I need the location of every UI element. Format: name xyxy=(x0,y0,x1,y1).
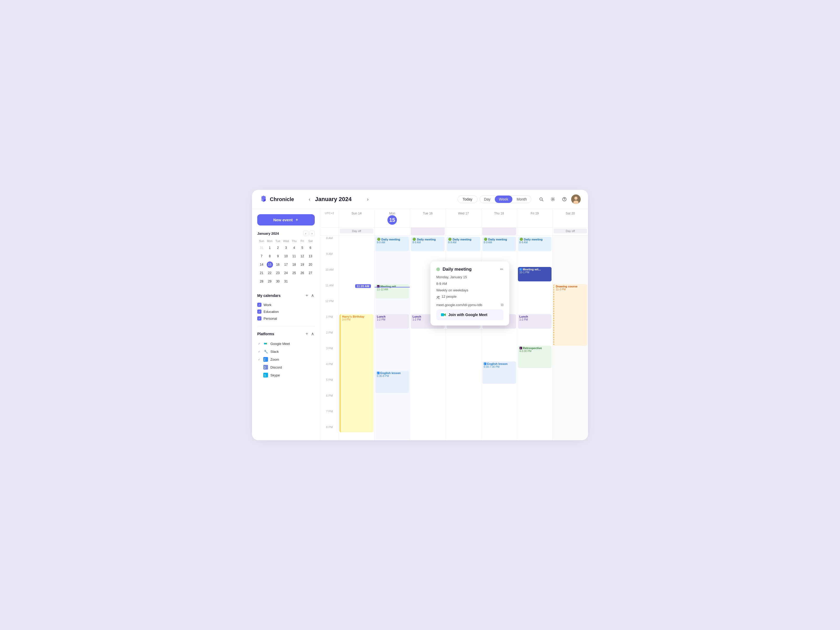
day-col-sat: Drawing course 11-3 PM xyxy=(552,235,588,440)
all-day-fri xyxy=(517,227,553,235)
next-period-button[interactable]: › xyxy=(365,196,371,203)
popup-link: meet.google.com/ldl-ypmu-tdb xyxy=(436,303,499,307)
zoom-icon: Z xyxy=(263,357,268,362)
event-daily-meeting-tue[interactable]: 🟢 Daily meeting 8-9 AM xyxy=(411,237,445,251)
week-view-button[interactable]: Week xyxy=(495,196,513,203)
help-button[interactable] xyxy=(560,194,569,204)
popup-recurrence: Weekly on weekdays xyxy=(436,288,504,293)
mini-cal-day-27[interactable]: 27 xyxy=(306,269,314,277)
drawing-course-time: 11-3 PM xyxy=(556,288,586,291)
add-calendar-button[interactable]: ＋ xyxy=(304,292,309,299)
search-button[interactable] xyxy=(537,194,546,204)
mini-cal-day-21[interactable]: 21 xyxy=(258,269,265,277)
mini-cal-day-20[interactable]: 20 xyxy=(306,261,314,268)
event-english-thu[interactable]: Z English lesson 6:00-7:30 PM xyxy=(482,362,516,384)
education-label: Education xyxy=(264,310,279,314)
add-platform-button[interactable]: ＋ xyxy=(304,330,309,337)
day-name-sat: Sat 20 xyxy=(555,212,586,215)
mini-cal-day-9[interactable]: 9 xyxy=(274,252,282,260)
avatar[interactable] xyxy=(571,194,581,204)
settings-button[interactable] xyxy=(548,194,557,204)
mini-prev-button[interactable]: ‹ xyxy=(303,231,308,236)
mini-cal-day-31[interactable]: 31 xyxy=(258,244,265,252)
mini-cal-day-31[interactable]: 31 xyxy=(282,278,290,285)
event-harrys-birthday[interactable]: Harry's Birthday 3-8 PM xyxy=(339,314,374,432)
collapse-calendars-button[interactable]: ∧ xyxy=(311,292,315,299)
mini-cal-day-1[interactable]: 1 xyxy=(266,244,273,252)
event-lunch-fri[interactable]: Lunch 1-2 PM xyxy=(518,314,552,328)
prev-period-button[interactable]: ‹ xyxy=(306,196,313,203)
join-meet-button[interactable]: Join with Google Meet xyxy=(436,309,504,320)
popup-edit-button[interactable]: ✏ xyxy=(500,267,504,272)
event-daily-meeting-mon[interactable]: 🟢 Daily meeting 8-9 AM xyxy=(375,237,409,251)
mini-cal-day-25[interactable]: 25 xyxy=(291,269,298,277)
join-meet-icon xyxy=(441,312,446,317)
mini-cal-day-4[interactable]: 4 xyxy=(291,244,298,252)
event-meeting-fri[interactable]: Z Meeting wit... 10-1 PM xyxy=(518,267,552,281)
mini-cal-day-12[interactable]: 12 xyxy=(298,252,306,260)
gmeet-event-icon: 🟢 xyxy=(377,238,381,241)
mini-cal-day-30[interactable]: 30 xyxy=(274,278,282,285)
collapse-platforms-button[interactable]: ∧ xyxy=(311,330,315,337)
event-drawing-course-sat[interactable]: Drawing course 11-3 PM xyxy=(553,284,587,346)
event-meeting-mon[interactable]: S Meeting wit... 11-12 AM xyxy=(375,284,409,298)
time-3pm: 3 PM xyxy=(320,346,339,362)
mini-calendar-nav: ‹ › xyxy=(303,231,315,236)
mini-cal-day-28[interactable]: 28 xyxy=(258,278,265,285)
mini-cal-day-10[interactable]: 10 xyxy=(282,252,290,260)
mini-cal-day-17[interactable]: 17 xyxy=(282,261,290,268)
personal-label: Personal xyxy=(264,317,277,321)
gmeet-event-icon-fri: 🟢 xyxy=(519,238,523,241)
daily-meeting-thu-time: 8-9 AM xyxy=(484,241,515,244)
lunch-fri-title: Lunch xyxy=(519,315,550,318)
platform-item-slack[interactable]: ✓ 🔧 Slack xyxy=(257,347,315,355)
search-icon xyxy=(539,197,544,202)
event-daily-meeting-wed[interactable]: 🟢 Daily meeting 8-9 AM xyxy=(447,237,480,251)
mini-cal-day-5[interactable]: 5 xyxy=(298,244,306,252)
calendar-item-work[interactable]: ✓ Work xyxy=(257,302,315,308)
popup-date: Monday, January 15 xyxy=(436,275,504,280)
new-event-button[interactable]: New event ＋ xyxy=(257,214,315,226)
mini-cal-day-14[interactable]: 14 xyxy=(258,261,265,268)
mini-cal-day-22[interactable]: 22 xyxy=(266,269,273,277)
event-lunch-mon[interactable]: Lunch 1-2 PM xyxy=(375,314,409,328)
platform-item-zoom[interactable]: ✓ Z Zoom xyxy=(257,355,315,363)
mini-cal-day-13[interactable]: 13 xyxy=(306,252,314,260)
svg-text:🔧: 🔧 xyxy=(264,349,268,354)
mini-cal-day-15[interactable]: 15 xyxy=(266,261,273,268)
mini-next-button[interactable]: › xyxy=(309,231,315,236)
month-view-button[interactable]: Month xyxy=(512,196,531,203)
mini-cal-day-26[interactable]: 26 xyxy=(298,269,306,277)
calendar-item-personal[interactable]: ✓ Personal xyxy=(257,315,315,322)
event-daily-meeting-thu[interactable]: 🟢 Daily meeting 8-9 AM xyxy=(482,237,516,251)
mini-cal-day-6[interactable]: 6 xyxy=(306,244,314,252)
event-daily-meeting-fri[interactable]: 🟢 Daily meeting 8-9 AM xyxy=(518,237,552,251)
mini-cal-day-3[interactable]: 3 xyxy=(282,244,290,252)
day-view-button[interactable]: Day xyxy=(480,196,495,203)
time-7pm: 7 PM xyxy=(320,409,339,425)
day-name-fri: Fri 19 xyxy=(519,212,551,215)
mini-cal-day-18[interactable]: 18 xyxy=(291,261,298,268)
copy-link-button[interactable]: ⧉ xyxy=(501,303,504,307)
platform-item-gmeet[interactable]: ✓ Google Meet xyxy=(257,339,315,347)
mini-cal-day-19[interactable]: 19 xyxy=(298,261,306,268)
mini-cal-day-16[interactable]: 16 xyxy=(274,261,282,268)
slack-check: ✓ xyxy=(257,350,261,353)
calendar-item-education[interactable]: ✓ Education xyxy=(257,308,315,315)
platform-item-skype[interactable]: ✓ S Skype xyxy=(257,371,315,379)
gmeet-icon xyxy=(263,341,268,346)
day-header-wed17: Wed 17 xyxy=(445,209,481,227)
today-button[interactable]: Today xyxy=(458,195,477,203)
mini-cal-day-24[interactable]: 24 xyxy=(282,269,290,277)
mini-cal-day-8[interactable]: 8 xyxy=(266,252,273,260)
event-retrospective-fri[interactable]: S Retrospective 4-5:30 PM xyxy=(518,346,552,368)
mini-cal-day-11[interactable]: 11 xyxy=(291,252,298,260)
event-english-mon[interactable]: Z English lesson 6:30-8 PM xyxy=(375,371,409,393)
mini-cal-day-29[interactable]: 29 xyxy=(266,278,273,285)
mini-dow-sun: Sun xyxy=(258,238,265,243)
mini-cal-day-23[interactable]: 23 xyxy=(274,269,282,277)
mini-cal-day-2[interactable]: 2 xyxy=(274,244,282,252)
day-name-sun: Sun 14 xyxy=(341,212,372,215)
platform-item-discord[interactable]: ✓ D Discord xyxy=(257,363,315,371)
mini-cal-day-7[interactable]: 7 xyxy=(258,252,265,260)
